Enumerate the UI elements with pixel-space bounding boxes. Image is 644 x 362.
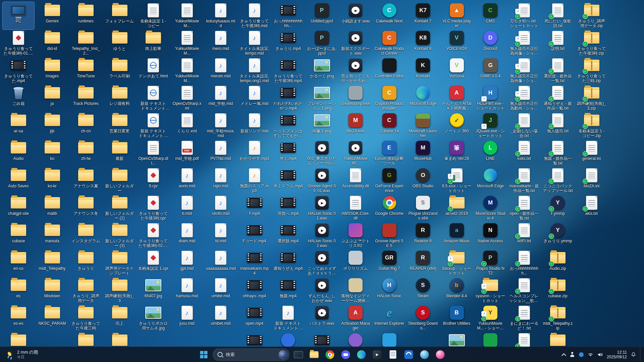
desktop-icon[interactable]: 名称未設定 1.cpr xyxy=(138,249,169,277)
desktop-icon[interactable]: 井上ドラム.mp4 xyxy=(272,167,304,194)
desktop-icon[interactable]: ♪umibet.mid xyxy=(205,304,236,332)
desktop-icon[interactable]: KKontakt xyxy=(407,57,439,84)
desktop-icon[interactable]: ✓↗無人販売不正行為動画 - ショートカット xyxy=(508,84,540,112)
desktop-icon[interactable]: CCakewalk Next xyxy=(374,2,405,29)
desktop-icon[interactable]: ✓↗万引き犯へ.txt - ショートカット xyxy=(508,2,540,29)
desktop-icon[interactable]: ✓MoZA.ini xyxy=(576,167,607,194)
search-input[interactable] xyxy=(225,352,276,357)
desktop-icon[interactable]: eInternet Explorer xyxy=(374,304,405,332)
taskbar-app-teal-orb[interactable] xyxy=(418,348,431,361)
desktop-icon[interactable]: ▶YukkuriMovieM... xyxy=(340,139,371,167)
desktop-icon[interactable]: ♪meroin.mid xyxy=(205,57,236,84)
desktop-icon[interactable]: Controller Editor xyxy=(374,57,405,84)
wifi-icon[interactable] xyxy=(588,352,593,357)
desktop-icon[interactable]: bBlender 4.4 xyxy=(441,277,473,304)
taskbar-app-media-player[interactable]: ▶ xyxy=(371,348,384,361)
desktop-icon[interactable]: ✓_起動しない場合.txt xyxy=(508,112,540,139)
desktop-icon[interactable]: createdump.exe xyxy=(340,84,371,112)
desktop-icon[interactable]: 無題.mp4 xyxy=(272,277,304,304)
desktop-icon[interactable]: P✓Piapro Studio NT2 xyxy=(475,249,506,277)
desktop-icon[interactable]: フォトフレーム xyxy=(104,2,136,29)
desktop-icon[interactable]: アナウンス冬 xyxy=(70,194,102,222)
desktop-icon[interactable]: midi_Telepathy xyxy=(37,249,68,277)
desktop-icon[interactable]: きゅうり食ってた.mp4 xyxy=(3,57,34,84)
taskbar-clock[interactable]: 12:11 2025/09/12 xyxy=(607,350,627,359)
notification-bell-icon[interactable] xyxy=(631,352,636,357)
desktop-icon[interactable]: ♪mid_学校.mid xyxy=(205,84,236,112)
taskbar-app-notepad[interactable] xyxy=(386,348,400,361)
taskbar-app-blue-wave[interactable] xyxy=(402,348,416,361)
desktop-icon[interactable]: ♪umibe.mid xyxy=(205,277,236,304)
desktop-icon[interactable]: きゅうり.mp4 xyxy=(272,29,304,57)
desktop-icon[interactable]: ♪rajio.mid xyxy=(205,167,236,194)
desktop-icon[interactable]: MMuseHub xyxy=(407,139,439,167)
desktop-icon[interactable]: Audio xyxy=(3,139,34,167)
desktop-icon[interactable]: GRGuitar Rig 7 xyxy=(374,249,405,277)
desktop-icon[interactable]: PC xyxy=(3,2,34,29)
desktop-icon[interactable]: きゅうり食ってた午後3時.mp4 xyxy=(272,57,304,84)
desktop-icon[interactable]: ✓ノートン 360 xyxy=(441,112,473,139)
desktop-icon[interactable]: 井上.mp4 xyxy=(272,139,304,167)
desktop-icon[interactable]: 筆筆まめ Ver.28 xyxy=(441,139,473,167)
desktop-icon[interactable]: きゅうり食ってた午後三時 xyxy=(70,304,102,332)
desktop-icon[interactable]: OpenCvSharp.xml xyxy=(171,84,203,112)
desktop-icon[interactable]: aAmazon Music xyxy=(441,222,473,249)
desktop-icon[interactable]: テンポあて.html xyxy=(138,57,169,84)
desktop-icon[interactable]: ▶HALion Sonic 01.wav xyxy=(306,194,338,222)
desktop-icon[interactable]: Pおーばーまにあ.ppsf xyxy=(306,29,338,57)
desktop-icon[interactable]: Track Pictures xyxy=(70,84,102,112)
taskbar-app-chrome[interactable] xyxy=(323,348,337,361)
desktop-icon[interactable]: ✓manisekarin - 親作品一覧.txt xyxy=(508,167,540,194)
desktop-icon[interactable]: AActivation Manager xyxy=(340,304,371,332)
desktop-icon[interactable]: ♪hamusu.mid xyxy=(171,277,203,304)
hidden-icons-chevron[interactable] xyxy=(562,353,566,356)
desktop-icon[interactable]: ✓WIFI.txt xyxy=(508,222,540,249)
desktop-icon[interactable]: Y✓↗YukkuriMovieM... - ショートカット xyxy=(475,304,506,332)
desktop-icon[interactable]: ♪jusu.mid xyxy=(171,304,203,332)
taskbar-app-edge[interactable] xyxy=(355,348,368,361)
desktop-icon[interactable]: ♪わかりやす.mp3 xyxy=(239,139,270,167)
desktop-icon[interactable]: ▶ずんだもん_しおかぜ.wav xyxy=(306,277,338,304)
desktop-icon[interactable]: maniuta xyxy=(37,222,68,249)
desktop-icon[interactable]: ♪タイトル未設定, tempo.mid xyxy=(239,29,270,57)
desktop-icon[interactable]: ✓まにまにわーるど！.txt xyxy=(508,304,540,332)
desktop-icon[interactable]: ♪td.mid xyxy=(205,222,236,249)
desktop-icon[interactable]: malib xyxy=(37,194,68,222)
desktop-icon[interactable]: 名称未設定 1 - コピー xyxy=(138,2,169,29)
tray-people-icon[interactable] xyxy=(570,352,575,357)
desktop-icon[interactable]: en-us xyxy=(3,249,34,277)
desktop-icon[interactable]: GGeForce Experience xyxy=(374,167,405,194)
desktop-icon[interactable]: K7Kontakt 7 xyxy=(407,2,439,29)
desktop-icon[interactable]: 調声用データテンプレート xyxy=(104,249,136,277)
desktop-icon[interactable]: 新規 テキスト ドキュメント.html xyxy=(138,112,169,139)
desktop-icon[interactable]: きゅうり食ってた午後3時-02.cpr xyxy=(138,222,169,249)
desktop-icon[interactable]: かるーく.png xyxy=(306,57,338,84)
desktop-icon[interactable]: 営業日変更 xyxy=(104,112,136,139)
desktop-icon[interactable]: es-es xyxy=(3,304,34,332)
desktop-icon[interactable]: レジ袋有料 xyxy=(104,84,136,112)
start-button[interactable] xyxy=(197,348,211,361)
desktop-icon[interactable]: NNative Access xyxy=(475,222,506,249)
desktop-icon[interactable]: SPlogue sforzando x64 xyxy=(407,194,439,222)
desktop-icon[interactable]: ▶新規エクスポート.wav xyxy=(340,29,371,57)
desktop-icon[interactable]: Fコード.mp4 xyxy=(239,222,270,249)
desktop-icon[interactable]: ✓説明.txt xyxy=(542,29,574,57)
desktop-icon[interactable]: きゅうりボカロ用サムネ.jpg xyxy=(138,304,169,332)
desktop-icon[interactable]: SSteam xyxy=(407,277,439,304)
desktop-icon[interactable]: manisekarin.mp4 xyxy=(239,249,270,277)
taskbar-search[interactable] xyxy=(213,349,289,361)
desktop-icon[interactable]: ♪sirofo.mid xyxy=(205,194,236,222)
desktop-icon[interactable]: MMoZA.exe xyxy=(340,112,371,139)
desktop-icon[interactable]: ▶バストラ.wav xyxy=(306,304,338,332)
desktop-icon[interactable]: ♪PVTNd.mid xyxy=(205,139,236,167)
desktop-icon[interactable]: ポリリリズム xyxy=(340,249,371,277)
desktop-icon[interactable]: だれだFXいれたやつ.mp4 xyxy=(272,84,304,112)
desktop-icon[interactable]: OpenCvSharp.dll... xyxy=(138,139,169,167)
desktop-icon[interactable]: ✓Audio.zip xyxy=(542,249,574,277)
desktop-icon[interactable]: ♪無題のスコア.mp3 xyxy=(239,167,270,194)
desktop-icon[interactable]: ♪uaaaaaaaaa.mid xyxy=(205,249,236,277)
desktop-icon[interactable]: ♪gpt.mid xyxy=(171,249,203,277)
desktop-icon[interactable]: ✓akis.txt xyxy=(576,194,607,222)
desktop-icon[interactable]: ▶Groove Agent SE 01.wav xyxy=(306,167,338,194)
desktop-icon[interactable]: DDiscord xyxy=(475,29,506,57)
